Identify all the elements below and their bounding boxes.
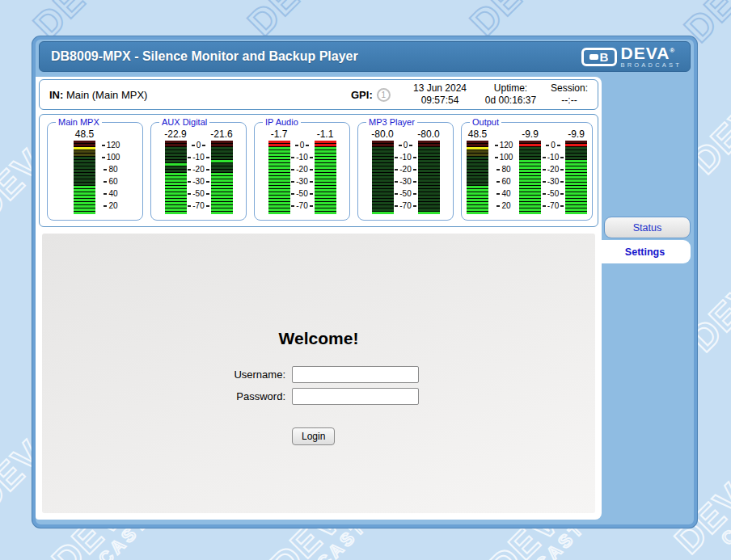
scale-tick: -10 xyxy=(187,153,211,162)
meter-panel: IP Audio-1.70-10-20-30-50-70-1.1 xyxy=(254,117,350,221)
meter-panel-title: Output xyxy=(470,117,501,127)
meter-channel: 48.5 xyxy=(74,128,95,214)
meter-bar xyxy=(565,141,587,214)
scale-tick: 0 xyxy=(187,141,211,149)
content-area: Welcome! Username: Password: Login xyxy=(42,234,595,513)
meter-panel: Main MPX48.512010080604020 xyxy=(47,117,143,221)
meter-channel: 48.5 xyxy=(467,128,488,214)
main-panel: IN: Main (Main MPX) GPI: 1 13 Jun 2024 0… xyxy=(36,77,602,520)
scale-tick: -20 xyxy=(187,165,211,174)
gpi-1-led: 1 xyxy=(377,88,391,102)
meter-scale: 0-10-20-30-50-70 xyxy=(187,141,211,214)
scale-tick: -50 xyxy=(187,189,211,198)
input-source: IN: Main (Main MPX) xyxy=(49,89,147,101)
date-value: 13 Jun 2024 xyxy=(399,82,480,95)
tab-status[interactable]: Status xyxy=(604,217,691,238)
meter-channel: -9.9 xyxy=(519,128,541,214)
username-field[interactable] xyxy=(292,366,419,383)
app-window: DB8009-MPX - Silence Monitor and Backup … xyxy=(32,36,697,528)
deva-logo: B DEVA® BROADCAST xyxy=(581,44,682,69)
meter-scale: 0-10-20-30-50-70 xyxy=(541,141,565,214)
scale-tick: -30 xyxy=(394,177,418,186)
meter-scale: 0-10-20-30-50-70 xyxy=(394,141,418,214)
scale-tick: 120 xyxy=(95,141,126,149)
meter-bar xyxy=(211,141,233,214)
scale-tick: 60 xyxy=(95,177,126,186)
password-label: Password: xyxy=(213,390,285,402)
time-value: 09:57:54 xyxy=(399,95,480,107)
datetime: 13 Jun 2024 09:57:54 xyxy=(399,82,480,107)
scale-tick: 40 xyxy=(95,189,126,198)
logo-subtitle: BROADCAST xyxy=(621,62,682,69)
scale-tick: -30 xyxy=(187,177,211,186)
scale-tick: 60 xyxy=(488,177,519,186)
meter-bar xyxy=(467,141,488,214)
welcome-heading: Welcome! xyxy=(42,329,595,348)
uptime: Uptime: 0d 00:16:37 xyxy=(472,82,549,107)
meter-bar xyxy=(418,141,440,214)
tab-settings[interactable]: Settings xyxy=(599,240,691,263)
scale-tick: 80 xyxy=(95,165,126,174)
meter-value: -9.9 xyxy=(568,128,585,141)
username-label: Username: xyxy=(213,368,285,381)
scale-tick: 40 xyxy=(488,189,519,198)
meter-value: -1.7 xyxy=(271,128,288,141)
session: Session: --:-- xyxy=(541,82,598,107)
scale-tick: -70 xyxy=(187,201,211,210)
meter-bar xyxy=(372,141,394,214)
meter-panel: MP3 Player-80.00-10-20-30-50-70-80.0 xyxy=(357,117,454,221)
meter-channel: -22.9 xyxy=(165,128,187,214)
scale-tick: 20 xyxy=(488,201,519,210)
scale-tick: -30 xyxy=(541,177,565,186)
scale-tick: 0 xyxy=(394,141,418,149)
scale-tick: -50 xyxy=(541,189,565,198)
scale-tick: -70 xyxy=(394,201,418,210)
meter-bar xyxy=(268,141,290,214)
meter-panel: AUX Digital-22.90-10-20-30-50-70-21.6 xyxy=(150,117,247,221)
scale-tick: -20 xyxy=(290,165,315,174)
scale-tick: -20 xyxy=(394,165,418,174)
meter-bar xyxy=(315,141,336,214)
meter-bar xyxy=(519,141,541,214)
meter-channel: -80.0 xyxy=(372,128,394,214)
meter-value: -1.1 xyxy=(317,128,334,141)
meter-bar xyxy=(165,141,187,214)
deva-db-icon: B xyxy=(581,48,617,66)
scale-tick: -10 xyxy=(394,153,418,162)
scale-tick: 0 xyxy=(290,141,315,149)
scale-tick: -70 xyxy=(541,201,565,210)
meter-panel-title: IP Audio xyxy=(263,117,301,127)
scale-tick: -10 xyxy=(290,153,315,162)
scale-tick: -10 xyxy=(541,153,565,162)
meter-value: -80.0 xyxy=(371,128,393,141)
session-value: --:-- xyxy=(541,95,598,107)
password-field[interactable] xyxy=(292,388,419,405)
meter-panel-title: AUX Digital xyxy=(159,117,209,127)
meter-value: 48.5 xyxy=(75,128,94,141)
login-button[interactable]: Login xyxy=(292,427,335,445)
scale-tick: 100 xyxy=(95,153,126,162)
meter-value: 48.5 xyxy=(468,128,487,141)
header-bar: DB8009-MPX - Silence Monitor and Backup … xyxy=(39,41,691,72)
meter-scale: 12010080604020 xyxy=(488,141,519,214)
login-form: Username: Password: Login xyxy=(213,366,425,445)
scale-tick: -20 xyxy=(541,165,565,174)
meter-value: -22.9 xyxy=(164,128,186,141)
meter-panel-title: MP3 Player xyxy=(366,117,417,127)
meter-channel: -1.1 xyxy=(315,128,336,214)
meter-bar xyxy=(74,141,95,214)
meters-box: Main MPX48.512010080604020AUX Digital-22… xyxy=(39,114,598,227)
scale-tick: -30 xyxy=(290,177,315,186)
meter-panel: Output48.512010080604020-9.90-10-20-30-5… xyxy=(461,117,593,221)
meter-value: -9.9 xyxy=(522,128,539,141)
scale-tick: -50 xyxy=(290,189,315,198)
uptime-value: 0d 00:16:37 xyxy=(472,95,549,107)
meter-channel: -21.6 xyxy=(211,128,233,214)
logo-brand: DEVA® xyxy=(621,44,682,61)
gpi-indicator: GPI: 1 xyxy=(351,88,391,102)
scale-tick: -50 xyxy=(394,189,418,198)
meter-scale: 12010080604020 xyxy=(95,141,126,214)
meter-value: -80.0 xyxy=(417,128,439,141)
meter-panel-title: Main MPX xyxy=(56,117,102,127)
info-bar: IN: Main (Main MPX) GPI: 1 13 Jun 2024 0… xyxy=(39,79,598,110)
